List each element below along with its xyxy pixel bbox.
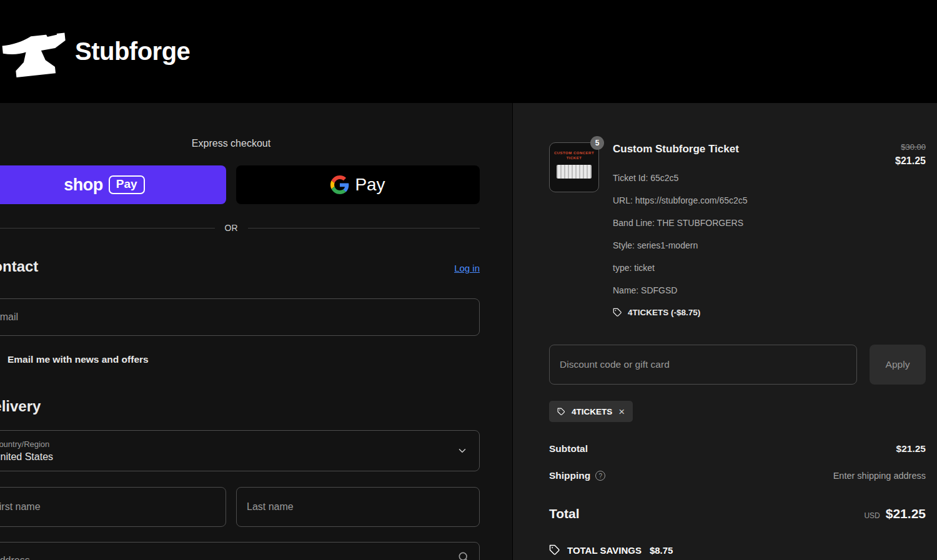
- discount-code-input[interactable]: [549, 345, 857, 385]
- item-property: Ticket Id: 65c2c5: [613, 173, 926, 183]
- brand-name: Stubforge: [75, 37, 190, 66]
- ticket-image: CUSTOM CONCERT TICKET: [549, 142, 599, 192]
- shipping-help-icon[interactable]: ?: [595, 471, 605, 481]
- order-summary-pane: CUSTOM CONCERT TICKET 5 Custom Stubforge…: [512, 103, 937, 560]
- shipping-row: Shipping ? Enter shipping address: [549, 470, 926, 481]
- subtotal-label: Subtotal: [549, 443, 588, 454]
- shipping-label-group: Shipping ?: [549, 470, 605, 481]
- item-property: Style: series1-modern: [613, 240, 926, 250]
- contact-title: Contact: [0, 258, 38, 275]
- divider-line: [248, 228, 480, 228]
- delivery-title: Delivery: [0, 398, 480, 416]
- main-content: Express checkout shop Pay Pay: [0, 103, 937, 560]
- item-property: type: ticket: [613, 263, 926, 273]
- ticket-graphic: [557, 165, 592, 179]
- discount-chip-label: 4TICKETS: [572, 407, 612, 416]
- checkout-form: Express checkout shop Pay Pay: [0, 103, 480, 560]
- thumb-caption-line1: CUSTOM CONCERT: [554, 150, 594, 155]
- item-property: Band Line: THE STUBFORGERS: [613, 218, 926, 228]
- item-prices: $30.00 $21.25: [895, 142, 926, 167]
- first-name-field[interactable]: [0, 487, 226, 527]
- discount-chip: 4TICKETS ×: [549, 401, 633, 422]
- total-amount-group: USD $21.25: [864, 506, 926, 521]
- subtotal-value: $21.25: [896, 443, 926, 454]
- item-info: Custom Stubforge Ticket $30.00 $21.25 Ti…: [613, 142, 926, 317]
- shipping-label: Shipping: [549, 470, 590, 481]
- anvil-icon: [0, 19, 70, 84]
- shop-pay-wordmark: shop: [64, 175, 103, 195]
- applied-discount-label: 4TICKETS (-$8.75): [628, 308, 700, 317]
- item-title: Custom Stubforge Ticket: [613, 142, 739, 167]
- discount-code-row: Apply: [549, 345, 926, 385]
- contact-section-head: Contact Log in: [0, 258, 480, 277]
- shop-pay-button[interactable]: shop Pay: [0, 165, 226, 204]
- tag-icon: [557, 408, 565, 416]
- total-value: $21.25: [886, 506, 926, 521]
- apply-discount-button[interactable]: Apply: [870, 345, 926, 385]
- login-link[interactable]: Log in: [454, 263, 480, 273]
- header: Stubforge: [0, 0, 937, 103]
- tag-icon: [613, 308, 622, 317]
- total-row: Total USD $21.25: [549, 506, 926, 521]
- chevron-down-icon: [457, 445, 468, 456]
- or-divider: OR: [0, 222, 480, 234]
- address-field-wrap: [0, 542, 480, 560]
- shop-pay-badge: Pay: [109, 175, 145, 194]
- item-property: Name: SDFGSD: [613, 285, 926, 295]
- product-thumbnail: CUSTOM CONCERT TICKET 5: [549, 142, 599, 192]
- tag-icon: [549, 544, 560, 556]
- subtotal-row: Subtotal $21.25: [549, 443, 926, 454]
- address-field[interactable]: [0, 542, 480, 560]
- news-offers-label: Email me with news and offers: [7, 354, 149, 365]
- stubforge-logo[interactable]: Stubforge: [0, 19, 190, 84]
- or-label: OR: [225, 223, 238, 233]
- total-label: Total: [549, 506, 580, 521]
- item-property: URL: https://stubforge.com/65c2c5: [613, 195, 926, 205]
- current-price: $21.25: [895, 155, 926, 167]
- applied-discount: 4TICKETS (-$8.75): [613, 308, 926, 317]
- currency-code: USD: [864, 511, 880, 520]
- thumb-caption-line2: TICKET: [567, 155, 582, 160]
- search-icon: [457, 551, 470, 560]
- divider-line: [0, 228, 215, 228]
- remove-discount-button[interactable]: ×: [618, 406, 625, 417]
- shipping-value: Enter shipping address: [833, 471, 926, 481]
- email-field[interactable]: [0, 298, 480, 336]
- checkout-page: Stubforge Express checkout shop Pay: [0, 0, 937, 560]
- savings-label: TOTAL SAVINGS: [567, 545, 642, 556]
- cart-item: CUSTOM CONCERT TICKET 5 Custom Stubforge…: [549, 142, 926, 317]
- item-properties: Ticket Id: 65c2c5 URL: https://stubforge…: [613, 173, 926, 295]
- last-name-field[interactable]: [236, 487, 480, 527]
- country-select[interactable]: Country/Region United States: [0, 430, 480, 471]
- country-select-label: Country/Region: [0, 440, 449, 449]
- original-price: $30.00: [895, 142, 926, 152]
- discount-chip-row: 4TICKETS ×: [549, 401, 926, 422]
- totals-section: Subtotal $21.25 Shipping ? Enter shippin…: [549, 443, 926, 556]
- google-pay-label: Pay: [355, 175, 385, 195]
- savings-value: $8.75: [650, 545, 673, 556]
- express-buttons: shop Pay Pay: [0, 165, 480, 204]
- item-title-row: Custom Stubforge Ticket $30.00 $21.25: [613, 142, 926, 167]
- express-checkout-label: Express checkout: [0, 138, 480, 150]
- checkout-form-pane: Express checkout shop Pay Pay: [0, 103, 512, 560]
- google-g-icon: [330, 175, 349, 194]
- news-offers-checkbox-row[interactable]: Email me with news and offers: [0, 351, 480, 368]
- quantity-badge: 5: [590, 136, 604, 150]
- name-fields-row: [0, 487, 480, 527]
- total-savings-row: TOTAL SAVINGS $8.75: [549, 544, 926, 556]
- google-pay-button[interactable]: Pay: [236, 165, 480, 204]
- country-select-value: United States: [0, 451, 449, 463]
